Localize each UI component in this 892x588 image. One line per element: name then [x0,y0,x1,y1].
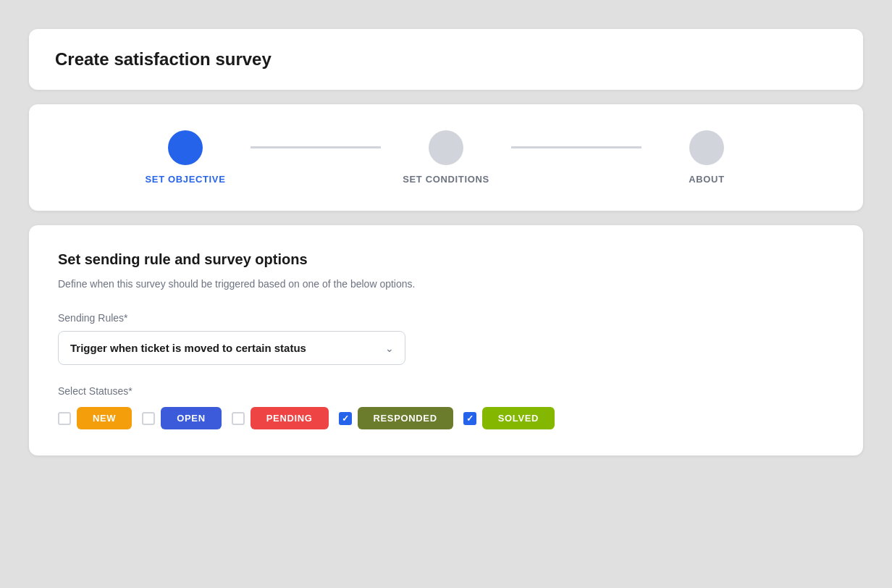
title-card: Create satisfaction survey [29,29,863,90]
status-checkbox-open[interactable] [142,412,155,425]
step-circle-set-conditions [429,130,463,165]
status-badge-new[interactable]: NEW [77,407,132,429]
step-item-set-objective[interactable]: SET OBJECTIVE [120,130,251,185]
status-item-solved: SOLVED [463,407,555,429]
step-circle-set-objective [168,130,203,165]
steps-row: SET OBJECTIVE SET CONDITIONS ABOUT [120,130,772,185]
page-title: Create satisfaction survey [55,49,837,70]
status-item-new: NEW [58,407,132,429]
status-badge-responded[interactable]: RESPONDED [358,407,453,429]
section-description: Define when this survey should be trigge… [58,277,834,292]
status-checkbox-solved[interactable] [463,412,476,425]
content-card: Set sending rule and survey options Defi… [29,225,863,455]
status-checkbox-new[interactable] [58,412,71,425]
step-circle-about [689,130,724,165]
status-item-open: OPEN [142,407,221,429]
step-label-set-conditions: SET CONDITIONS [403,174,489,185]
status-badge-solved[interactable]: SOLVED [482,407,555,429]
statuses-row: NEW OPEN PENDING RESPONDED SOLVED [58,407,834,429]
step-label-set-objective: SET OBJECTIVE [145,174,225,185]
status-checkbox-responded[interactable] [339,412,352,425]
step-connector-2 [511,146,641,148]
page-wrapper: Create satisfaction survey SET OBJECTIVE… [29,29,863,455]
status-badge-open[interactable]: OPEN [161,407,221,429]
section-title: Set sending rule and survey options [58,251,834,268]
sending-rules-dropdown-container: Trigger when ticket is moved to certain … [58,331,405,365]
step-connector-1 [251,146,381,148]
sending-rules-select[interactable]: Trigger when ticket is moved to certain … [58,331,405,365]
step-item-about[interactable]: ABOUT [641,130,772,185]
status-checkbox-pending[interactable] [232,412,245,425]
step-label-about: ABOUT [689,174,724,185]
status-item-responded: RESPONDED [339,407,453,429]
select-statuses-label: Select Statuses* [58,385,834,397]
step-item-set-conditions[interactable]: SET CONDITIONS [381,130,511,185]
sending-rules-label: Sending Rules* [58,312,834,324]
status-item-pending: PENDING [232,407,329,429]
status-badge-pending[interactable]: PENDING [251,407,329,429]
steps-card: SET OBJECTIVE SET CONDITIONS ABOUT [29,104,863,211]
